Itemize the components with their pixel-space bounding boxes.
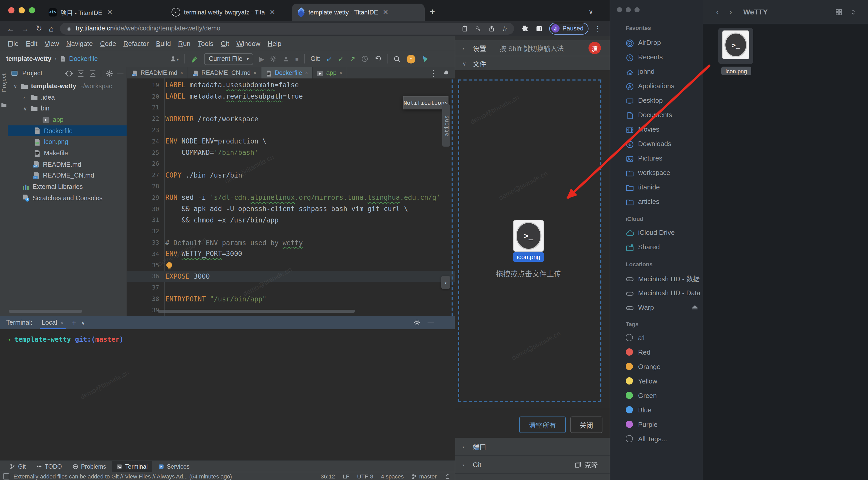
sidebar-toggle-icon[interactable] [535,25,543,32]
code-line[interactable]: 28 [127,181,455,192]
sidebar-tag-item[interactable]: All Tags... [610,432,703,446]
tree-chevron-icon[interactable]: › [23,95,30,100]
terminal-settings-gear-icon[interactable] [413,319,420,326]
close-tab-icon[interactable]: × [305,70,308,76]
password-key-icon[interactable] [475,25,482,32]
icon-png-label[interactable]: icon.png [721,67,751,75]
project-hscrollbar[interactable] [9,310,82,313]
upload-updates-icon[interactable]: ↑ [407,55,415,63]
tool-window-tab[interactable]: TODO [32,461,66,472]
code-line[interactable]: 27COPY ./bin /usr/bin [127,170,455,181]
menu-item[interactable]: Tools [194,39,217,47]
notifications-tool-tab[interactable]: ations [442,104,450,146]
sidebar-item[interactable]: Movies [610,122,703,136]
sidebar-tag-item[interactable]: a1 [610,330,703,345]
code-line[interactable]: 30 && apk add -U openssh-client sshpass … [127,203,455,215]
encoding[interactable]: UTF-8 [357,473,373,479]
code-line[interactable]: 25 COMMAND='/bin/bash' [127,147,455,159]
grid-view-icon[interactable] [835,8,843,16]
breadcrumb-project[interactable]: template-wetty [6,55,52,63]
sidebar-item[interactable]: Downloads [610,136,703,151]
finder-forward-icon[interactable]: › [729,7,732,16]
sidebar-item[interactable]: Applications [610,78,703,93]
intention-bulb-icon[interactable] [166,262,172,268]
tree-item[interactable]: › .idea [8,92,127,103]
user-icon[interactable]: ▾ [169,55,179,63]
code-line[interactable]: 32 [127,226,455,237]
run-with-profile-icon[interactable] [283,55,289,63]
tool-window-tab[interactable]: Services [154,461,194,472]
profile-button[interactable]: J Paused [549,23,588,34]
menu-item[interactable]: View [41,39,63,47]
history-clock-icon[interactable] [361,55,368,63]
menu-item[interactable]: File [4,39,22,47]
finder-back-icon[interactable]: ‹ [716,7,719,16]
menu-item[interactable]: Run [175,39,194,47]
sidebar-item[interactable]: Macintosh HD - Data [610,285,703,300]
project-panel-title[interactable]: Project [22,70,42,77]
menu-item[interactable]: Git [217,39,233,47]
sidebar-tag-item[interactable]: Red [610,345,703,359]
code-line[interactable]: 34ENV WETTY_PORT=3000 [127,248,455,260]
git-push-icon[interactable]: ↗ [349,55,355,63]
tool-window-tab[interactable]: Problems [68,461,110,472]
code-line[interactable]: 33# Default ENV params used by wetty [127,237,455,248]
minimize-panel-icon[interactable]: — [428,319,434,326]
editor-tab[interactable]: Dockerfile × [261,67,313,78]
stop-icon[interactable]: ■ [295,56,299,62]
tree-item[interactable]: Scratches and Consoles [8,193,127,204]
code-line[interactable]: 37 [127,282,455,294]
tool-window-tab[interactable]: Git [5,461,30,472]
tree-item[interactable]: ∨ template-wetty ~/workspac [8,80,127,92]
code-line[interactable]: 35 [127,260,455,271]
menu-item[interactable]: Refactor [120,39,152,47]
sidebar-item[interactable]: articles [610,194,703,208]
sidebar-tag-item[interactable]: Purple [610,417,703,432]
code-line[interactable]: 29RUN sed -i 's/dl-cdn.alpinelinux.org/m… [127,192,455,203]
files-section[interactable]: ∨ 文件 [455,56,610,71]
close-tab-icon[interactable]: × [253,70,256,76]
editor-tab[interactable]: README.md × [127,67,188,78]
sidebar-item[interactable]: Shared [610,239,703,254]
git-section[interactable]: › Git 克隆 [455,456,610,474]
menu-item[interactable]: Code [96,39,120,47]
sidebar-item[interactable]: johnd [610,64,703,78]
back-icon[interactable]: ← [7,24,14,33]
git-commit-icon[interactable]: ✓ [338,55,344,63]
clear-all-button[interactable]: 清空所有 [519,416,566,433]
hide-panel-icon[interactable]: — [117,70,123,77]
debug-bug-icon[interactable] [270,55,277,63]
menu-item[interactable]: Build [152,39,175,47]
gear-icon[interactable] [105,69,113,77]
share-icon[interactable] [488,25,495,32]
sidebar-item[interactable]: Pictures [610,151,703,165]
sidebar-item[interactable]: AirDrop [610,35,703,49]
browser-tab-terminal[interactable]: >_ terminal-wetty-bwqryafz - Tita ✕ [166,4,292,21]
settings-section[interactable]: › 设置 按 Shift 键切换输入法 演 [455,40,610,56]
sidebar-item[interactable]: Warp [610,300,703,314]
git-branch-indicator[interactable]: master [411,473,437,479]
run-icon[interactable]: ▶ [259,55,264,63]
run-configuration-select[interactable]: Current File▾ [204,53,253,65]
code-line[interactable]: 36EXPOSE 3000 [127,271,455,282]
browser-menu-icon[interactable]: ⋮ [594,25,601,32]
sidebar-tag-item[interactable]: Yellow [610,374,703,388]
code-editor[interactable]: 19LABEL metadata.usesubdomain=false20LAB… [127,78,455,316]
expand-right-chevron-icon[interactable]: › [441,276,450,289]
close-tab-icon[interactable]: ✕ [382,8,388,16]
uploaded-file-thumbnail[interactable]: >_ [513,220,544,252]
extensions-puzzle-icon[interactable] [521,25,528,32]
menu-item[interactable]: Edit [22,39,41,47]
tree-item[interactable]: ∨ bin [8,103,127,114]
forward-icon[interactable]: → [21,24,29,33]
home-icon[interactable]: ⌂ [49,24,54,33]
code-line[interactable]: 23 [127,125,455,136]
rollback-icon[interactable] [374,55,381,63]
sidebar-item[interactable]: iCloud Drive [610,225,703,239]
ide-features-icon[interactable] [421,55,429,63]
minimize-window-button[interactable] [19,7,25,13]
eject-icon[interactable] [691,303,699,311]
search-icon[interactable] [393,55,401,63]
tree-item[interactable]: README.md [8,159,127,170]
code-line[interactable]: 26 [127,158,455,170]
